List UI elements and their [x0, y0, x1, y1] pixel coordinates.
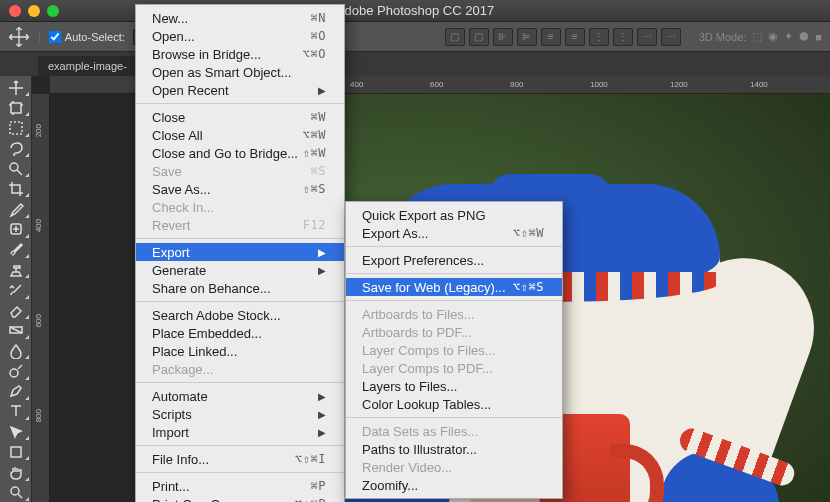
menu-item-paths-to-illustrator[interactable]: Paths to Illustrator...	[346, 440, 562, 458]
svg-point-5	[10, 369, 18, 377]
alignment-icons: ▢▢ ⊪⊫ ≡≡ ⋮⋮ ⋯⋯	[445, 28, 681, 46]
menu-item-data-sets-as-files: Data Sets as Files...	[346, 422, 562, 440]
distribute-icon[interactable]: ⋯	[637, 28, 657, 46]
menu-item-export-preferences[interactable]: Export Preferences...	[346, 251, 562, 269]
menu-item-save-for-web-legacy[interactable]: Save for Web (Legacy)...⌥⇧⌘S	[346, 278, 562, 296]
svg-rect-1	[10, 122, 22, 134]
lasso-tool[interactable]	[2, 139, 30, 158]
menu-item-place-embedded[interactable]: Place Embedded...	[136, 324, 344, 342]
artboard-tool[interactable]	[2, 98, 30, 117]
svg-rect-0	[11, 103, 21, 113]
menu-item-quick-export-as-png[interactable]: Quick Export as PNG	[346, 206, 562, 224]
menu-item-place-linked[interactable]: Place Linked...	[136, 342, 344, 360]
menu-item-close[interactable]: Close⌘W	[136, 108, 344, 126]
menu-item-export-as[interactable]: Export As...⌥⇧⌘W	[346, 224, 562, 242]
menu-item-close-all[interactable]: Close All⌥⌘W	[136, 126, 344, 144]
tab-label: example-image-	[48, 60, 127, 72]
align-icon[interactable]: ⊪	[493, 28, 513, 46]
auto-select-checkbox[interactable]: Auto-Select:	[49, 31, 125, 43]
menu-item-layers-to-files[interactable]: Layers to Files...	[346, 377, 562, 395]
zoom-tool[interactable]	[2, 483, 30, 502]
menu-item-scripts[interactable]: Scripts▶	[136, 405, 344, 423]
document-tabs: example-image- ×	[0, 52, 830, 76]
brush-tool[interactable]	[2, 240, 30, 259]
menu-item-file-info[interactable]: File Info...⌥⇧⌘I	[136, 450, 344, 468]
align-icon[interactable]: ⊫	[517, 28, 537, 46]
type-tool[interactable]	[2, 402, 30, 421]
menu-item-search-adobe-stock[interactable]: Search Adobe Stock...	[136, 306, 344, 324]
distribute-icon[interactable]: ⋯	[661, 28, 681, 46]
3d-mode: 3D Mode: ⬚ ◉ ✦ ⬢ ■	[699, 30, 822, 43]
menu-item-automate[interactable]: Automate▶	[136, 387, 344, 405]
menu-item-artboards-to-files: Artboards to Files...	[346, 305, 562, 323]
pen-tool[interactable]	[2, 382, 30, 401]
clone-tool[interactable]	[2, 260, 30, 279]
titlebar: Adobe Photoshop CC 2017	[0, 0, 830, 22]
menu-item-layer-comps-to-files: Layer Comps to Files...	[346, 341, 562, 359]
eraser-tool[interactable]	[2, 301, 30, 320]
menu-item-print[interactable]: Print...⌘P	[136, 477, 344, 495]
align-icon[interactable]: ≡	[565, 28, 585, 46]
menu-item-export[interactable]: Export▶	[136, 243, 344, 261]
marquee-tool[interactable]	[2, 118, 30, 137]
menu-item-artboards-to-pdf: Artboards to PDF...	[346, 323, 562, 341]
distribute-icon[interactable]: ⋮	[613, 28, 633, 46]
align-icon[interactable]: ▢	[445, 28, 465, 46]
hand-tool[interactable]	[2, 462, 30, 481]
3d-icon[interactable]: ⬚	[752, 30, 762, 43]
3d-icon[interactable]: ⬢	[799, 30, 809, 43]
svg-rect-6	[11, 447, 21, 457]
menu-item-import[interactable]: Import▶	[136, 423, 344, 441]
quick-select-tool[interactable]	[2, 159, 30, 178]
3d-icon[interactable]: ■	[815, 31, 822, 43]
gradient-tool[interactable]	[2, 321, 30, 340]
align-icon[interactable]: ▢	[469, 28, 489, 46]
blur-tool[interactable]	[2, 341, 30, 360]
menu-item-generate[interactable]: Generate▶	[136, 261, 344, 279]
menu-item-zoomify[interactable]: Zoomify...	[346, 476, 562, 494]
menu-item-save: Save⌘S	[136, 162, 344, 180]
menu-item-save-as[interactable]: Save As...⇧⌘S	[136, 180, 344, 198]
file-menu: New...⌘NOpen...⌘OBrowse in Bridge...⌥⌘OO…	[135, 4, 345, 502]
menu-item-open-as-smart-object[interactable]: Open as Smart Object...	[136, 63, 344, 81]
options-bar: | Auto-Select: L ▢▢ ⊪⊫ ≡≡ ⋮⋮ ⋯⋯ 3D Mode:…	[0, 22, 830, 52]
dodge-tool[interactable]	[2, 361, 30, 380]
path-select-tool[interactable]	[2, 422, 30, 441]
menu-item-package: Package...	[136, 360, 344, 378]
3d-icon[interactable]: ✦	[784, 30, 793, 43]
menu-item-print-one-copy[interactable]: Print One Copy⌥⇧⌘P	[136, 495, 344, 502]
menu-item-open-recent[interactable]: Open Recent▶	[136, 81, 344, 99]
tools-panel	[0, 76, 32, 502]
menu-item-check-in: Check In...	[136, 198, 344, 216]
crop-tool[interactable]	[2, 179, 30, 198]
eyedropper-tool[interactable]	[2, 199, 30, 218]
export-submenu: Quick Export as PNGExport As...⌥⇧⌘WExpor…	[345, 201, 563, 499]
align-icon[interactable]: ≡	[541, 28, 561, 46]
menu-item-new[interactable]: New...⌘N	[136, 9, 344, 27]
menu-item-layer-comps-to-pdf: Layer Comps to PDF...	[346, 359, 562, 377]
menu-item-share-on-behance[interactable]: Share on Behance...	[136, 279, 344, 297]
move-tool-icon[interactable]	[8, 26, 30, 48]
history-brush-tool[interactable]	[2, 280, 30, 299]
menu-item-render-video: Render Video...	[346, 458, 562, 476]
3d-icon[interactable]: ◉	[768, 30, 778, 43]
menu-item-close-and-go-to-bridge[interactable]: Close and Go to Bridge...⇧⌘W	[136, 144, 344, 162]
svg-point-2	[10, 163, 18, 171]
move-tool[interactable]	[2, 78, 30, 97]
auto-select-label: Auto-Select:	[65, 31, 125, 43]
ruler-vertical[interactable]: 200400600800	[32, 94, 50, 502]
rectangle-tool[interactable]	[2, 442, 30, 461]
menu-item-color-lookup-tables[interactable]: Color Lookup Tables...	[346, 395, 562, 413]
menu-item-browse-in-bridge[interactable]: Browse in Bridge...⌥⌘O	[136, 45, 344, 63]
svg-point-7	[11, 487, 19, 495]
menu-item-revert: RevertF12	[136, 216, 344, 234]
menu-item-open[interactable]: Open...⌘O	[136, 27, 344, 45]
healing-tool[interactable]	[2, 220, 30, 239]
distribute-icon[interactable]: ⋮	[589, 28, 609, 46]
app-title: Adobe Photoshop CC 2017	[0, 3, 830, 18]
